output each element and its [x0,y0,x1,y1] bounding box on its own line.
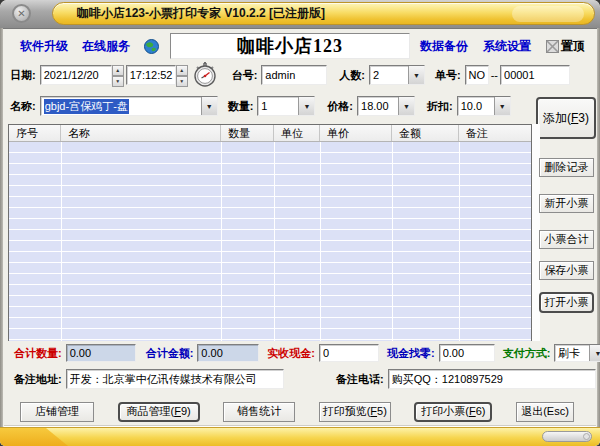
shop-management-button[interactable]: 店铺管理 [20,402,94,422]
order-prefix-field[interactable]: NO [465,65,489,85]
product-management-button[interactable]: 商品管理(F9) [118,402,200,422]
table-no-input[interactable] [261,65,327,85]
add-label: 添加(F3) [543,110,589,127]
change-input[interactable] [439,344,495,362]
pin-label: 置顶 [561,38,585,55]
delete-record-button[interactable]: 删除记录 [539,158,594,177]
bottom-button-bar: 店铺管理 商品管理(F9) 销售统计 打印预览(F5) 打印小票(F6) 退出(… [20,401,574,422]
people-label: 人数: [339,68,365,83]
qty-value: 1 [258,97,298,115]
print-ticket-label: 打印小票(F6) [421,404,485,419]
window-border-left [0,28,3,428]
cash-received-label: 实收现金: [267,346,315,361]
grid-line [221,142,222,341]
qty-select[interactable]: 1 ▼ [257,96,315,116]
chevron-down-icon[interactable]: ▼ [298,97,314,115]
date-input[interactable]: 2021/12/20 [40,65,112,85]
remark-address-label: 备注地址: [14,372,62,387]
discount-label: 折扣: [427,99,453,114]
col-header-unit[interactable]: 单位 [274,125,320,141]
stopwatch-icon[interactable] [192,62,218,88]
system-settings-link[interactable]: 系统设置 [483,38,531,55]
shop-name-box: 咖啡小店123 [170,33,410,59]
total-qty-field: 0.00 [66,344,136,362]
remark-address-group: 备注地址: [14,369,284,389]
chevron-down-icon[interactable]: ▼ [494,97,510,115]
col-header-price[interactable]: 单价 [320,125,392,141]
discount-select[interactable]: 10.0 ▼ [457,96,511,116]
remarks-row: 备注地址: 备注电话: [0,369,600,391]
time-spinner[interactable]: ▲▼ [176,65,188,85]
product-management-label: 商品管理(F9) [127,404,191,419]
open-ticket-button[interactable]: 打开小票 [539,292,594,313]
new-ticket-button[interactable]: 新开小票 [539,194,594,213]
pin-icon [546,40,559,53]
items-grid: 序号 名称 数量 单位 单价 金额 备注 [8,124,532,341]
col-header-amount[interactable]: 金额 [392,125,459,141]
order-header-row: 日期: 2021/12/20 ▲▼ 17:12:52 ▲▼ 台号: 人数: 2 … [10,64,570,86]
remark-phone-input[interactable] [388,369,596,389]
print-preview-button[interactable]: 打印预览(F5) [319,402,391,422]
price-label: 价格: [327,99,353,114]
item-entry-row: 名称: gbjd-宫保鸡丁-盘 ▼ 数量: 1 ▼ 价格: 18.00 ▼ 折扣… [10,95,511,117]
titlebar-pill: 咖啡小店123-小票打印专家 V10.2.2 [已注册版] [52,2,595,25]
grip-dot [583,433,590,440]
remark-address-input[interactable] [66,369,284,389]
globe-icon[interactable] [144,39,159,54]
online-service-link[interactable]: 在线服务 [82,38,130,55]
resize-grip[interactable] [542,431,592,442]
total-qty-label: 合计数量: [14,346,62,361]
add-button[interactable]: 添加(F3) [536,97,596,139]
order-no-input[interactable] [500,65,570,85]
discount-value: 10.0 [458,97,494,115]
summary-row: 合计数量: 0.00 合计金额: 0.00 实收现金: 现金找零: 支付方式: … [14,343,600,363]
exit-button[interactable]: 退出(Esc) [516,402,574,422]
grid-line [274,142,275,341]
price-select[interactable]: 18.00 ▼ [357,96,415,116]
change-label: 现金找零: [387,346,435,361]
print-ticket-button[interactable]: 打印小票(F6) [414,402,492,422]
system-menu-button[interactable]: ✕ [12,4,31,23]
payment-value: 刷卡 [555,345,589,361]
status-wedge [0,428,70,446]
people-value: 2 [370,66,408,84]
col-header-index[interactable]: 序号 [9,125,61,141]
payment-method-label: 支付方式: [503,346,551,361]
total-amount-field: 0.00 [197,344,259,362]
cash-received-input[interactable] [319,344,379,362]
order-dash: -- [491,69,498,81]
menu-right: 数据备份 系统设置 置顶 [420,38,585,55]
order-no-label: 单号: [435,68,461,83]
item-name-select[interactable]: gbjd-宫保鸡丁-盘 ▼ [40,96,218,116]
people-select[interactable]: 2 ▼ [369,65,425,85]
payment-select[interactable]: 刷卡 ▼ [554,344,600,362]
grid-line [459,142,460,341]
col-header-qty[interactable]: 数量 [221,125,274,141]
ticket-total-button[interactable]: 小票合计 [539,230,594,249]
software-upgrade-link[interactable]: 软件升级 [20,38,68,55]
sales-stats-button[interactable]: 销售统计 [223,402,295,422]
titlebar-shine [512,6,584,22]
price-value: 18.00 [358,97,398,115]
total-amount-label: 合计金额: [146,346,194,361]
remark-phone-group: 备注电话: [336,369,596,389]
chevron-down-icon[interactable]: ▼ [589,345,600,361]
titlebar: ✕ 咖啡小店123-小票打印专家 V10.2.2 [已注册版] [0,0,600,29]
save-ticket-button[interactable]: 保存小票 [539,261,594,280]
col-header-name[interactable]: 名称 [61,125,221,141]
item-name-value: gbjd-宫保鸡丁-盘 [41,97,201,115]
pin-on-top-toggle[interactable]: 置顶 [546,38,585,55]
selected-text: gbjd-宫保鸡丁-盘 [44,99,129,114]
window-title: 咖啡小店123-小票打印专家 V10.2.2 [已注册版] [77,3,325,24]
col-header-remark[interactable]: 备注 [459,125,531,141]
time-input[interactable]: 17:12:52 [126,65,176,85]
date-label: 日期: [10,68,36,83]
qty-label: 数量: [228,99,254,114]
chevron-down-icon[interactable]: ▼ [408,66,424,84]
data-backup-link[interactable]: 数据备份 [420,38,468,55]
print-preview-label: 打印预览(F5) [323,404,387,419]
chevron-down-icon[interactable]: ▼ [398,97,414,115]
date-spinner[interactable]: ▲▼ [112,65,124,85]
chevron-down-icon[interactable]: ▼ [201,97,217,115]
remark-phone-label: 备注电话: [336,372,384,387]
